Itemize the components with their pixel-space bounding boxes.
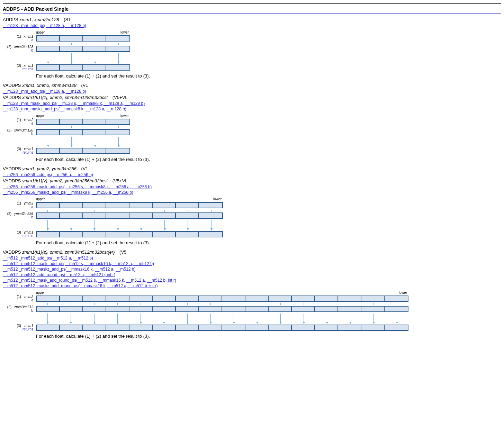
intrinsic-link[interactable]: __m256 _mm256_mask_add_ps(__m256 s, __mm… <box>3 184 152 189</box>
description: For each float, calculate (1) + (2) and … <box>36 334 501 339</box>
arrow-down-icon <box>118 220 118 230</box>
connector-stem <box>47 303 48 305</box>
encoding: (V5+VL <box>112 95 128 100</box>
operand-label: (3)xmm1 returns <box>3 147 36 154</box>
operands: xmm1{k1}{z}, xmm2, xmm3/m128/m32bcst <box>22 95 108 100</box>
upper-label: upper <box>36 114 45 118</box>
operand-label: (1)xmm2 a <box>3 118 36 125</box>
connector-stem <box>95 43 95 45</box>
lane <box>315 296 338 301</box>
diagram-end-labels: upper lower <box>36 30 130 35</box>
lane <box>199 307 222 311</box>
mnemonic: VADDPS <box>3 95 21 100</box>
diagram-end-labels: upper lower <box>36 291 408 295</box>
diagram-end-labels: upper lower <box>36 114 130 118</box>
lane <box>60 296 83 301</box>
arrow-down-icon <box>327 314 327 324</box>
intrinsic-link[interactable]: __m512 _mm512_mask_add_ps(__m512 s, __mm… <box>3 261 154 266</box>
lower-label: lower <box>213 197 222 201</box>
connector-stem <box>350 303 350 305</box>
intrinsic-link[interactable]: __m128 _mm_add_ps(__m128 a, __m128 b) <box>3 23 86 28</box>
lane <box>153 203 176 208</box>
lane <box>153 307 176 311</box>
lane <box>315 307 338 311</box>
lane <box>60 213 83 218</box>
arrow-down-icon <box>350 314 350 324</box>
lane <box>83 65 106 70</box>
lane <box>176 213 199 218</box>
lane <box>83 148 106 153</box>
description: For each float, calculate (1) + (2) and … <box>36 240 501 245</box>
lane <box>106 65 129 70</box>
register-lanes <box>36 325 408 331</box>
connector-stem <box>257 303 257 305</box>
operand-row: (1)zmm2 a <box>3 295 501 302</box>
operand-label: (2)xmm3/m128 b <box>3 129 36 136</box>
lane <box>129 203 153 208</box>
connector-stem <box>118 126 119 128</box>
lane <box>129 325 153 330</box>
connector-stem <box>47 210 48 212</box>
lane <box>199 203 222 208</box>
intrinsic-link[interactable]: __m256 _mm256_maskz_add_ps(__mmask8 k, _… <box>3 190 133 195</box>
intrinsic-link[interactable]: __m256 _mm256_add_ps(__m256 a, __m256 b) <box>3 172 93 177</box>
intrinsic-link[interactable]: __m512 _mm512_mask_add_round_ps(__m512 s… <box>3 278 176 283</box>
lane <box>292 307 315 311</box>
intrinsic-link[interactable]: __m512 _mm512_maskz_add_ps(__mmask16 k, … <box>3 267 136 272</box>
diagram-end-labels: upper lower <box>36 197 223 201</box>
arrow-down-icon <box>211 220 212 230</box>
connector-row <box>36 303 408 305</box>
signature: VADDPS ymm1{k1}{z}, ymm2, ymm3/m256/m32b… <box>3 178 501 183</box>
arrow-down-icon <box>118 137 119 147</box>
operand-row: (3)zmm1 returns <box>3 324 501 331</box>
intrinsic-link[interactable]: __m512 _mm512_add_round_ps(__m512 a, __m… <box>3 272 115 277</box>
operands: zmm1{k1}{z}, zmm2, zmm3/m512/m32bcst{er} <box>22 249 115 255</box>
arrow-down-icon <box>71 220 71 230</box>
lane <box>199 232 222 237</box>
lane <box>338 296 361 301</box>
instruction-block: VADDPS ymm1, ymm2, ymm3/m256 (V1 __m256 … <box>3 166 501 245</box>
lane <box>385 307 408 311</box>
lane <box>60 36 83 41</box>
connector-stem <box>141 303 141 305</box>
operands: xmm1, xmm2, xmm3/m128 <box>22 83 76 88</box>
lane <box>37 36 60 41</box>
arrow-down-icon <box>304 314 304 324</box>
lane <box>153 296 176 301</box>
intrinsic-link[interactable]: __m128 _mm_maskz_add_ps(__mmask8 k, __m1… <box>3 107 126 111</box>
lane <box>37 119 60 124</box>
lane <box>129 213 153 218</box>
intrinsic-link[interactable]: __m512 _mm512_maskz_add_round_ps(__mmask… <box>3 283 158 288</box>
lane <box>315 325 338 330</box>
lane <box>106 148 129 153</box>
lane <box>129 307 153 311</box>
connector-stem <box>71 210 71 212</box>
intrinsic-link[interactable]: __m512 _mm512_add_ps(__m512 a, __m512 b) <box>3 256 93 261</box>
lane <box>37 307 60 311</box>
lane <box>60 325 83 330</box>
operands: xmm1, xmm2/m128 <box>19 17 59 22</box>
connector-row <box>36 210 223 212</box>
arrow-down-icon <box>187 314 188 324</box>
operand-row: (1)xmm2 a <box>3 118 501 126</box>
connector-stem <box>71 43 72 45</box>
arrow-down-icon <box>234 314 234 324</box>
diagram: upper lower (1)xmm2 a (2)xmm3/m128 b (3)… <box>3 114 501 155</box>
lane <box>176 325 199 330</box>
arrow-down-icon <box>94 220 94 230</box>
intrinsic-link[interactable]: __m128 _mm_mask_add_ps(__m128 s, __mmask… <box>3 101 145 106</box>
lane <box>338 325 361 330</box>
intrinsic-link[interactable]: __m128 _mm_add_ps(__m128 a, __m128 b) <box>3 89 86 94</box>
connector-stem <box>187 303 188 305</box>
lane <box>176 232 199 237</box>
lane <box>292 325 315 330</box>
operands: ymm1, ymm2, ymm3/m256 <box>22 166 76 171</box>
title-underline <box>3 13 501 13</box>
arrow-down-icon <box>141 220 141 230</box>
operands: ymm1{k1}{z}, ymm2, ymm3/m256/m32bcst <box>22 178 108 183</box>
connector-row <box>36 126 130 128</box>
encoding: (V1 <box>81 166 88 171</box>
connector-stem <box>117 303 118 305</box>
arrow-down-icon <box>164 220 165 230</box>
lane <box>269 307 292 311</box>
